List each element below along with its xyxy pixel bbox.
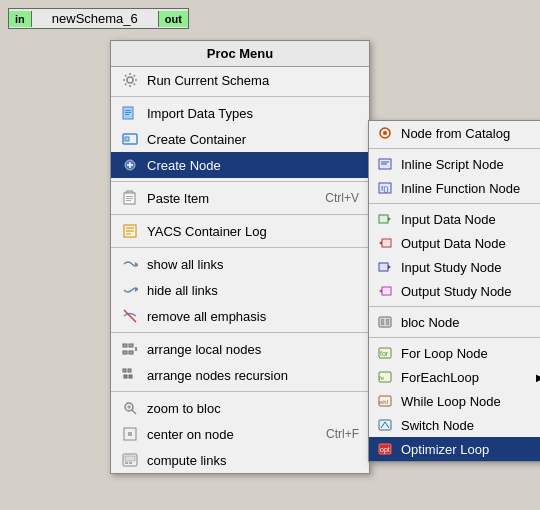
svg-rect-6 [125, 137, 129, 141]
sep6 [111, 391, 369, 392]
svg-text:whl: whl [378, 399, 388, 405]
svg-rect-29 [124, 375, 127, 378]
svg-rect-27 [123, 369, 126, 372]
input-data-label: Input Data Node [401, 212, 496, 227]
menu-item-container[interactable]: Create Container [111, 126, 369, 152]
output-data-icon [377, 235, 393, 251]
node-bar: in newSchema_6 out [8, 8, 189, 29]
submenu-item-inline-script[interactable]: Inline Script Node [369, 152, 540, 176]
submenu-item-input-data[interactable]: Input Data Node [369, 207, 540, 231]
sep4 [111, 247, 369, 248]
createnode-label: Create Node [147, 158, 221, 173]
foreach-label: ForEachLoop [401, 370, 479, 385]
submenu-item-output-data[interactable]: Output Data Node [369, 231, 540, 255]
menu-title: Proc Menu [111, 41, 369, 67]
out-port: out [158, 11, 188, 27]
submenu-item-for-loop[interactable]: for For Loop Node [369, 341, 540, 365]
inline-func-icon: f() [377, 180, 393, 196]
sub-sep3 [369, 306, 540, 307]
svg-text:fe: fe [379, 375, 385, 381]
menu-item-arrangerecursion[interactable]: arrange nodes recursion [111, 362, 369, 388]
svg-rect-50 [382, 239, 391, 247]
svg-rect-36 [128, 432, 132, 436]
menu-item-zoom[interactable]: zoom to bloc [111, 395, 369, 421]
svg-marker-55 [379, 289, 382, 293]
svg-rect-2 [125, 110, 131, 111]
submenu-item-output-study[interactable]: Output Study Node [369, 279, 540, 303]
menu-item-import[interactable]: Import Data Types [111, 100, 369, 126]
submenu-item-inline-func[interactable]: f() Inline Function Node [369, 176, 540, 200]
svg-text:opt: opt [380, 446, 390, 454]
switch-icon [377, 417, 393, 433]
for-loop-label: For Loop Node [401, 346, 488, 361]
submenu-item-input-study[interactable]: Input Study Node [369, 255, 540, 279]
log-label: YACS Container Log [147, 224, 267, 239]
menu-item-paste[interactable]: Paste Item Ctrl+V [111, 185, 369, 211]
svg-rect-22 [123, 344, 127, 347]
svg-rect-54 [382, 287, 391, 295]
container-label: Create Container [147, 132, 246, 147]
switch-label: Switch Node [401, 418, 474, 433]
while-loop-icon: whl [377, 393, 393, 409]
sep3 [111, 214, 369, 215]
paste-label: Paste Item [147, 191, 209, 206]
main-context-menu: Proc Menu Run Current Schema Import Data… [110, 40, 370, 474]
center-icon [121, 425, 139, 443]
menu-item-center[interactable]: center on node Ctrl+F [111, 421, 369, 447]
menu-item-arrangelocal[interactable]: arrange local nodes [111, 336, 369, 362]
submenu-item-bloc[interactable]: bloc Node [369, 310, 540, 334]
sub-sep2 [369, 203, 540, 204]
bloc-label: bloc Node [401, 315, 460, 330]
svg-rect-65 [379, 420, 391, 430]
svg-marker-49 [388, 217, 391, 221]
foreach-arrow: ▶ [536, 372, 540, 383]
svg-rect-25 [129, 351, 133, 354]
svg-rect-30 [129, 375, 132, 378]
menu-item-showlinks[interactable]: show all links [111, 251, 369, 277]
submenu-item-foreach[interactable]: fe ForEachLoop ▶ [369, 365, 540, 389]
bloc-icon [377, 314, 393, 330]
center-shortcut: Ctrl+F [326, 427, 359, 441]
center-label: center on node [147, 427, 234, 442]
input-data-icon [377, 211, 393, 227]
compute-label: compute links [147, 453, 226, 468]
svg-rect-12 [126, 196, 133, 197]
showlinks-icon [121, 255, 139, 273]
submenu-item-optimizer[interactable]: opt Optimizer Loop [369, 437, 540, 461]
compute-icon [121, 451, 139, 469]
log-icon [121, 222, 139, 240]
hidelinks-icon [121, 281, 139, 299]
menu-item-removeemph[interactable]: remove all emphasis [111, 303, 369, 329]
menu-item-hidelinks[interactable]: hide all links [111, 277, 369, 303]
menu-item-run[interactable]: Run Current Schema [111, 67, 369, 93]
for-loop-icon: for [377, 345, 393, 361]
submenu-item-while-loop[interactable]: whl While Loop Node [369, 389, 540, 413]
svg-rect-23 [129, 344, 133, 347]
svg-rect-26 [135, 347, 137, 351]
submenu-item-catalog[interactable]: Node from Catalog [369, 121, 540, 145]
inline-script-icon [377, 156, 393, 172]
zoom-label: zoom to bloc [147, 401, 221, 416]
in-port: in [9, 11, 32, 27]
submenu-item-switch[interactable]: Switch Node [369, 413, 540, 437]
removeemph-label: remove all emphasis [147, 309, 266, 324]
svg-rect-40 [129, 462, 132, 464]
menu-item-createnode[interactable]: Create Node [111, 152, 369, 178]
gear-icon [121, 71, 139, 89]
svg-rect-4 [125, 114, 129, 115]
sub-sep4 [369, 337, 540, 338]
menu-item-log[interactable]: YACS Container Log [111, 218, 369, 244]
sep5 [111, 332, 369, 333]
svg-rect-24 [123, 351, 127, 354]
catalog-label: Node from Catalog [401, 126, 510, 141]
svg-rect-28 [128, 369, 131, 372]
menu-item-compute[interactable]: compute links [111, 447, 369, 473]
input-study-icon [377, 259, 393, 275]
svg-point-42 [383, 131, 387, 135]
svg-rect-38 [125, 456, 135, 461]
submenu: Node from Catalog Inline Script Node f()… [368, 120, 540, 462]
hidelinks-label: hide all links [147, 283, 218, 298]
svg-rect-3 [125, 112, 131, 113]
svg-point-0 [127, 77, 133, 83]
showlinks-label: show all links [147, 257, 224, 272]
